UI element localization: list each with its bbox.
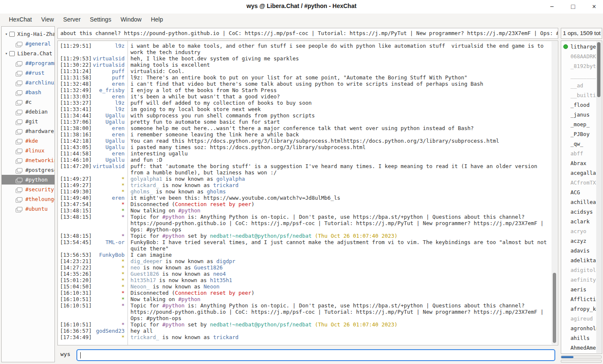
tree-network-libera.chat[interactable]: ▾Libera.Chat — [2, 49, 54, 58]
nick-separator-line[interactable] — [128, 41, 128, 345]
sidebar-item-rust[interactable]: ##rust — [2, 68, 54, 78]
chat-message: Topic for #python is: Anything Python is… — [128, 214, 551, 233]
user-nick: _qw_ — [570, 141, 583, 147]
expander-icon[interactable]: ▾ — [3, 32, 9, 36]
user-item[interactable]: _qw_ — [561, 139, 596, 149]
menu-hexchat[interactable]: HexChat — [4, 15, 36, 24]
chat-nick: * — [92, 296, 128, 302]
user-item[interactable]: agireud — [561, 314, 596, 323]
user-item[interactable]: adigitole — [561, 265, 596, 275]
sidebar-item-thelounge[interactable]: #thelounge — [2, 194, 54, 204]
chat-message-segment: gholms_ — [130, 188, 153, 195]
user-item[interactable]: afropy_ke — [561, 304, 596, 314]
menu-help[interactable]: Help — [146, 15, 168, 24]
user-item[interactable]: litharge — [561, 42, 596, 52]
sidebar-item-ubuntu[interactable]: #ubuntu — [2, 204, 54, 214]
chat-message-segment: it's been a while but wasn't that a good… — [130, 93, 280, 100]
user-item[interactable]: _8192byte — [561, 61, 596, 71]
chat-timestamp: [11:49:30] — [58, 188, 92, 195]
sidebar-item-programm[interactable]: ##programm — [2, 58, 54, 68]
own-nick-label[interactable]: wys — [60, 351, 70, 357]
chat-message-segment: h1t35h1 — [210, 277, 232, 283]
chat-message-segment: (Thu Oct 26 01:07:40 2023) — [315, 233, 398, 239]
tree-network-xing-hai-zhan[interactable]: ▾Xing-Hai-Zhan — [2, 29, 54, 39]
chat-message-segment: golyalpha — [216, 176, 245, 182]
chat-message-segment: trickard_ — [130, 334, 159, 340]
sidebar-item-bash[interactable]: #bash — [2, 87, 54, 97]
user-item[interactable]: ACfromTX — [561, 178, 596, 187]
sidebar-item-c[interactable]: #c — [2, 97, 54, 107]
user-item[interactable]: Abrax — [561, 158, 596, 168]
sidebar-item-debian[interactable]: #debian — [2, 107, 54, 117]
user-item[interactable]: AhmedAmer — [561, 343, 596, 353]
chat-message-segment: You can read this https://docs.python.or… — [130, 138, 499, 144]
chat-message-segment: virtualsid: Cool. — [130, 68, 185, 74]
user-item[interactable]: __ad — [561, 81, 596, 90]
chat-scrollbar[interactable] — [551, 41, 557, 345]
message-input[interactable] — [76, 349, 555, 361]
userlist-scrollbar-thumb[interactable] — [597, 42, 600, 97]
user-item[interactable]: abff — [561, 149, 596, 158]
user-item[interactable]: _PJBoy — [561, 129, 596, 139]
chat-message: Now talking on #python — [128, 207, 551, 214]
sidebar-item-postgresq[interactable]: #postgresq — [2, 165, 54, 175]
chat-scrollbar-thumb[interactable] — [553, 273, 556, 343]
chat-nick: eren — [92, 195, 128, 201]
sidebar-item-git[interactable]: #git — [2, 117, 54, 126]
user-item[interactable]: _janus — [561, 110, 596, 120]
menu-settings[interactable]: Settings — [85, 15, 116, 24]
expander-icon[interactable]: ▾ — [3, 51, 9, 56]
user-item[interactable]: adavis — [561, 246, 596, 255]
chat-line: [11:30:22]virtualsidmaking tools is exce… — [58, 62, 551, 68]
user-item[interactable]: 068AADRKN — [561, 52, 596, 61]
chat-line: [11:31:24]puffvirtualsid: Cool. — [58, 68, 551, 74]
chat-line: [11:44:58]ereninteresting ugallu — [58, 150, 551, 157]
channel-icon — [17, 61, 22, 65]
sidebar-item-archlinux[interactable]: #archlinux — [2, 78, 54, 87]
user-item[interactable]: __builtin — [561, 90, 596, 100]
userlist-scrollbar[interactable] — [596, 41, 601, 353]
chat-line: [11:33:41]l9zim going to my local book s… — [58, 106, 551, 112]
user-item[interactable]: aczyz — [561, 236, 596, 246]
sidebar-item-security[interactable]: #security — [2, 185, 54, 194]
sidebar-item-general[interactable]: #general — [2, 39, 54, 49]
user-item[interactable]: adeliktas — [561, 255, 596, 265]
sidebar-item-linux[interactable]: #linux — [2, 146, 54, 155]
chat-message: someone help me out here...wasn't there … — [128, 125, 551, 131]
user-list: litharge068AADRKN_8192byte__________ad__… — [561, 41, 602, 354]
sidebar-item-kde[interactable]: #kde — [2, 136, 54, 146]
chat-nick: Ugallu — [92, 157, 128, 163]
user-item[interactable]: ahills — [561, 333, 596, 343]
user-item[interactable]: ACG — [561, 187, 596, 197]
user-item[interactable]: aeris — [561, 285, 596, 294]
minimize-button[interactable]: − — [546, 1, 557, 12]
chat-message: it's been a while but wasn't that a good… — [128, 93, 551, 100]
user-item[interactable]: acryo — [561, 226, 596, 236]
user-item[interactable]: _flood — [561, 100, 596, 110]
menu-view[interactable]: View — [36, 15, 58, 24]
user-item[interactable]: agronholm — [561, 323, 596, 333]
user-item[interactable]: Afflictio — [561, 294, 596, 304]
chat-line: [13:48:15]*Topic for #python is: Anythin… — [58, 214, 551, 233]
user-item[interactable]: acegalla- — [561, 168, 596, 178]
channel-icon — [17, 187, 22, 192]
sidebar-item-hardware[interactable]: #hardware — [2, 126, 54, 136]
close-button[interactable]: × — [589, 1, 600, 12]
maximize-button[interactable]: □ — [568, 1, 579, 12]
user-item[interactable]: _moep_ — [561, 120, 596, 129]
topic-bar[interactable]: about this channel? https://pound-python… — [57, 28, 558, 39]
chat-message: Topic for #python is: Anything Python is… — [128, 302, 551, 321]
menu-window[interactable]: Window — [116, 15, 146, 24]
user-item[interactable]: aefinity — [561, 275, 596, 285]
sidebar-item-python[interactable]: #python — [2, 175, 54, 185]
chat-line: [16:10:51]*Now talking on #python — [58, 296, 551, 302]
user-item[interactable]: ________ — [561, 71, 596, 81]
user-item[interactable]: acidsys — [561, 207, 596, 217]
chat-timestamp: [11:49:27] — [58, 182, 92, 188]
sidebar-item-networkin[interactable]: #networkin — [2, 155, 54, 165]
user-item[interactable]: aclark — [561, 217, 596, 226]
chat-nick: eren — [92, 81, 128, 87]
chat-timestamp: [13:56:53] — [58, 252, 92, 258]
user-item[interactable]: achilleas — [561, 197, 596, 207]
menu-server[interactable]: Server — [59, 15, 85, 24]
